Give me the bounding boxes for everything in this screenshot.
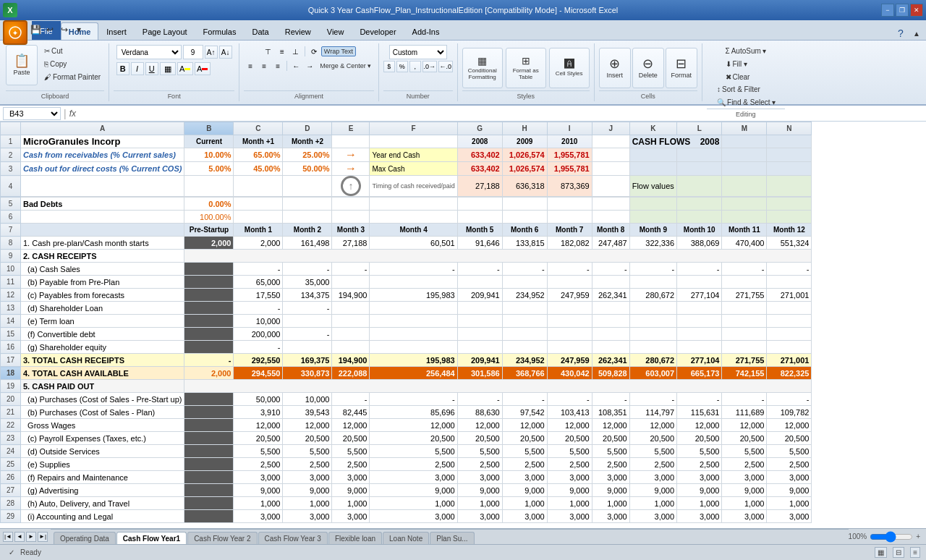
fill-button[interactable]: ⬇ Fill ▾: [722, 58, 752, 70]
conditional-formatting-button[interactable]: ▦ Conditional Formatting: [462, 48, 503, 88]
cell-J10[interactable]: -: [592, 263, 629, 276]
spreadsheet-container[interactable]: A B C D E F G H I J K L M N: [0, 122, 926, 528]
find-select-button[interactable]: 🔍 Find & Select ▾: [713, 96, 779, 109]
cell-styles-button[interactable]: 🅰 Cell Styles: [549, 48, 590, 88]
cell-E29[interactable]: 3,000: [332, 510, 370, 523]
cell-D28[interactable]: 1,000: [283, 497, 332, 510]
cell-K24[interactable]: 5,500: [629, 445, 676, 458]
cell-H21[interactable]: 97,542: [502, 406, 547, 419]
format-button[interactable]: ⊟ Format: [666, 48, 697, 88]
cell-K5[interactable]: [629, 198, 676, 211]
cell-G2[interactable]: 633,402: [457, 148, 502, 162]
cell-I24[interactable]: 5,500: [547, 445, 592, 458]
number-format-select[interactable]: Custom: [389, 45, 447, 59]
cell-J5[interactable]: [592, 198, 629, 211]
name-box[interactable]: B43: [3, 107, 61, 120]
col-header-G[interactable]: G: [457, 122, 502, 135]
cell-H24[interactable]: 5,500: [502, 445, 547, 458]
cell-A6[interactable]: [21, 211, 184, 224]
align-bottom-btn[interactable]: ⊥: [289, 45, 302, 58]
cell-H10[interactable]: -: [502, 263, 547, 276]
cell-E27[interactable]: 9,000: [332, 484, 370, 497]
cell-A19[interactable]: 5. CASH PAID OUT: [21, 380, 184, 393]
cell-K7[interactable]: Month 9: [629, 224, 676, 237]
cell-H25[interactable]: 2,500: [502, 458, 547, 471]
cell-H23[interactable]: 20,500: [502, 432, 547, 445]
cell-G20[interactable]: -: [457, 393, 502, 406]
cell-J6[interactable]: [592, 211, 629, 224]
cell-G11[interactable]: [457, 276, 502, 289]
cell-I14[interactable]: [547, 315, 592, 328]
cell-K3[interactable]: [629, 162, 676, 176]
cell-C29[interactable]: 3,000: [234, 510, 283, 523]
cell-J21[interactable]: 108,351: [592, 406, 629, 419]
sheet-nav-prev[interactable]: ◄: [14, 532, 25, 542]
format-as-table-button[interactable]: ⊞ Format as Table: [506, 48, 546, 88]
cell-M14[interactable]: [722, 315, 767, 328]
cell-G6[interactable]: [457, 211, 502, 224]
cell-B12[interactable]: [184, 289, 234, 302]
cell-H22[interactable]: 12,000: [502, 419, 547, 432]
cell-B1[interactable]: Current: [184, 135, 234, 148]
cell-E16[interactable]: [332, 341, 370, 354]
cell-C18[interactable]: 294,550: [234, 367, 283, 380]
cell-D8[interactable]: 161,498: [283, 237, 332, 250]
cell-F20[interactable]: -: [370, 393, 457, 406]
decrease-indent-btn[interactable]: ←: [289, 59, 302, 72]
cell-C22[interactable]: 12,000: [234, 419, 283, 432]
cell-A21[interactable]: (b) Purchases (Cost of Sales - Plan): [21, 406, 184, 419]
cell-G23[interactable]: 20,500: [457, 432, 502, 445]
cell-B13[interactable]: [184, 302, 234, 315]
cell-G18[interactable]: 301,586: [457, 367, 502, 380]
cell-E10[interactable]: -: [332, 263, 370, 276]
cell-J25[interactable]: 2,500: [592, 458, 629, 471]
cell-E6[interactable]: [332, 211, 370, 224]
cell-D17[interactable]: 169,375: [283, 354, 332, 367]
cell-C4[interactable]: [234, 176, 283, 197]
cell-J24[interactable]: 5,500: [592, 445, 629, 458]
cell-J14[interactable]: [592, 315, 629, 328]
cell-M2[interactable]: [722, 148, 767, 162]
cell-I12[interactable]: 247,959: [547, 289, 592, 302]
cell-J26[interactable]: 3,000: [592, 471, 629, 484]
cell-H7[interactable]: Month 6: [502, 224, 547, 237]
cell-N7[interactable]: Month 12: [767, 224, 812, 237]
cell-J18[interactable]: 509,828: [592, 367, 629, 380]
cell-M1[interactable]: [722, 135, 767, 148]
cell-I28[interactable]: 1,000: [547, 497, 592, 510]
cell-J1[interactable]: [592, 135, 629, 148]
tab-view[interactable]: View: [319, 22, 352, 40]
increase-font-btn[interactable]: A↑: [205, 46, 218, 59]
cell-H1[interactable]: 2009: [502, 135, 547, 148]
cell-F25[interactable]: 2,500: [370, 458, 457, 471]
cell-H17[interactable]: 234,952: [502, 354, 547, 367]
cell-B18[interactable]: 2,000: [184, 367, 234, 380]
cell-E12[interactable]: 194,900: [332, 289, 370, 302]
zoom-slider[interactable]: [870, 533, 913, 541]
cell-A10[interactable]: (a) Cash Sales: [21, 263, 184, 276]
ribbon-minimize-btn[interactable]: ▲: [910, 27, 923, 40]
cell-M28[interactable]: 1,000: [722, 497, 767, 510]
cell-G24[interactable]: 5,500: [457, 445, 502, 458]
cell-K15[interactable]: [629, 328, 676, 341]
cell-F1[interactable]: [370, 135, 457, 148]
cell-K17[interactable]: 280,672: [629, 354, 676, 367]
cell-I15[interactable]: [547, 328, 592, 341]
sort-filter-button[interactable]: ↕ Sort & Filter: [713, 83, 764, 96]
font-color-button[interactable]: A: [195, 62, 211, 75]
cell-D16[interactable]: [283, 341, 332, 354]
cell-A15[interactable]: (f) Convertible debt: [21, 328, 184, 341]
cell-B2[interactable]: 10.00%: [184, 148, 234, 162]
cell-F10[interactable]: -: [370, 263, 457, 276]
cell-C7[interactable]: Month 1: [234, 224, 283, 237]
cell-A27[interactable]: (g) Advertising: [21, 484, 184, 497]
cell-H13[interactable]: [502, 302, 547, 315]
cell-A5[interactable]: Bad Debts: [21, 198, 184, 211]
cell-J11[interactable]: [592, 276, 629, 289]
cell-F6[interactable]: [370, 211, 457, 224]
cell-D15[interactable]: -: [283, 328, 332, 341]
autosum-button[interactable]: Σ AutoSum▾: [722, 45, 770, 57]
cell-I5[interactable]: [547, 198, 592, 211]
cell-N24[interactable]: 5,500: [767, 445, 812, 458]
cell-C27[interactable]: 9,000: [234, 484, 283, 497]
